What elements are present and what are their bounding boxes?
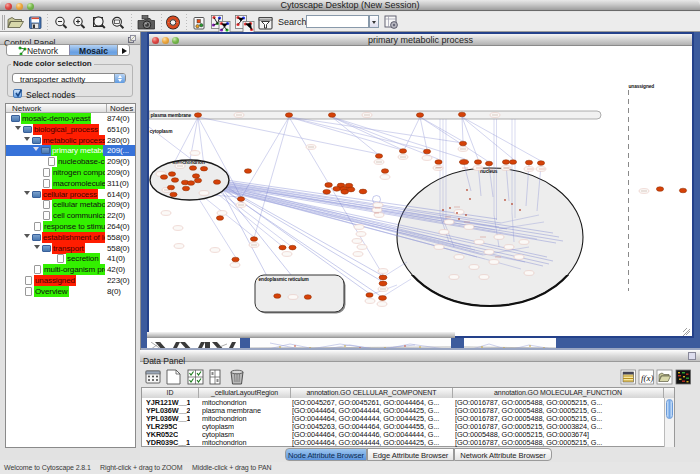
svg-text:cytoplasm: cytoplasm — [150, 129, 173, 134]
svg-text:f(x): f(x) — [641, 373, 654, 383]
svg-text:plasma membrane: plasma membrane — [151, 113, 192, 118]
svg-text:endoplasmic reticulum: endoplasmic reticulum — [259, 277, 309, 282]
svg-text:unassigned: unassigned — [629, 84, 655, 89]
